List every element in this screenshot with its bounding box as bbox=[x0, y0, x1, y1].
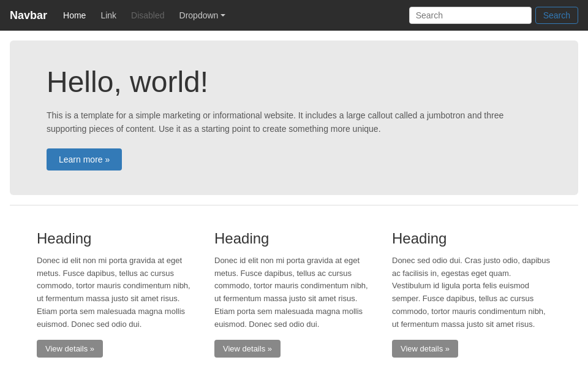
card-2-heading: Heading bbox=[214, 230, 374, 247]
navbar: Navbar Home Link Disabled Dropdown Searc… bbox=[0, 0, 588, 31]
card-1-button[interactable]: View details » bbox=[37, 340, 103, 358]
jumbotron-description: This is a template for a simple marketin… bbox=[47, 109, 512, 136]
content-card-3: Heading Donec sed odio dui. Cras justo o… bbox=[392, 230, 551, 358]
search-input[interactable] bbox=[409, 7, 532, 24]
navbar-search: Search bbox=[409, 7, 578, 24]
card-2-body: Donec id elit non mi porta gravida at eg… bbox=[214, 255, 374, 331]
navbar-nav: Home Link Disabled Dropdown bbox=[57, 7, 409, 24]
jumbotron: Hello, world! This is a template for a s… bbox=[10, 40, 578, 195]
content-section: Heading Donec id elit non mi porta gravi… bbox=[0, 218, 588, 368]
nav-link-home[interactable]: Home bbox=[57, 7, 92, 24]
card-1-body: Donec id elit non mi porta gravida at eg… bbox=[37, 255, 196, 331]
learn-more-button[interactable]: Learn more » bbox=[47, 148, 122, 171]
jumbotron-title: Hello, world! bbox=[47, 65, 541, 99]
content-grid: Heading Donec id elit non mi porta gravi… bbox=[37, 230, 551, 358]
nav-dropdown-toggle[interactable]: Dropdown bbox=[173, 7, 232, 24]
nav-link-link[interactable]: Link bbox=[94, 7, 123, 24]
card-3-body: Donec sed odio dui. Cras justo odio, dap… bbox=[392, 255, 551, 331]
dropdown-label: Dropdown bbox=[179, 10, 219, 20]
nav-link-disabled: Disabled bbox=[125, 7, 170, 24]
card-1-heading: Heading bbox=[37, 230, 196, 247]
content-card-2: Heading Donec id elit non mi porta gravi… bbox=[214, 230, 374, 358]
search-button[interactable]: Search bbox=[535, 7, 578, 24]
card-3-button[interactable]: View details » bbox=[392, 340, 458, 358]
card-3-heading: Heading bbox=[392, 230, 551, 247]
navbar-brand[interactable]: Navbar bbox=[10, 9, 47, 22]
dropdown-caret-icon bbox=[221, 14, 225, 17]
nav-dropdown[interactable]: Dropdown bbox=[173, 7, 232, 24]
content-card-1: Heading Donec id elit non mi porta gravi… bbox=[37, 230, 196, 358]
section-divider bbox=[10, 205, 578, 205]
card-2-button[interactable]: View details » bbox=[214, 340, 281, 358]
